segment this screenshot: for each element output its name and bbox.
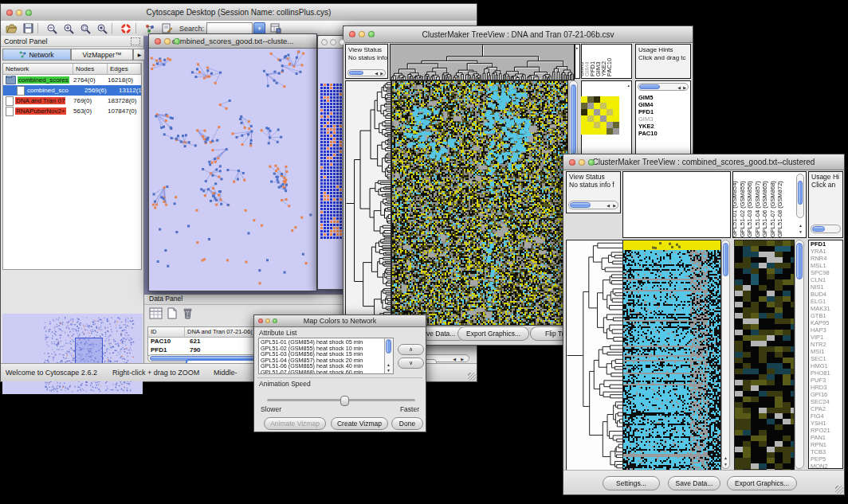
- scroll-up-icon[interactable]: ▲: [724, 455, 728, 460]
- scroll-left-icon[interactable]: ◀: [453, 357, 456, 361]
- attribute-list-vscrollbar[interactable]: ▲ ▼: [384, 338, 393, 373]
- close-icon[interactable]: [569, 159, 575, 166]
- column-dendrogram-panel[interactable]: [622, 171, 731, 238]
- move-up-button[interactable]: ∧: [398, 344, 424, 355]
- heatmap-zoom-view[interactable]: [734, 240, 795, 471]
- view-status-scrollbar[interactable]: ◀ ▶: [347, 69, 386, 76]
- scrollbar-thumb[interactable]: [386, 339, 391, 354]
- close-icon[interactable]: [258, 318, 263, 323]
- scroll-up-icon[interactable]: ▴: [627, 83, 630, 88]
- tab-vizmapper[interactable]: VizMapper™: [71, 49, 133, 61]
- annotation-icon[interactable]: [160, 22, 173, 34]
- float-panel-icon[interactable]: [131, 37, 140, 45]
- scroll-up-icon[interactable]: ▸: [576, 45, 579, 50]
- heatmap-vscrollbar[interactable]: ▲ ▼: [721, 240, 730, 469]
- splitter-strip[interactable]: ▸: [575, 44, 580, 79]
- usage-hints-scrollbar[interactable]: [811, 225, 841, 233]
- move-down-button[interactable]: ∨: [398, 357, 424, 369]
- zoom-window-icon[interactable]: [26, 10, 32, 16]
- resize-grip[interactable]: [835, 486, 843, 494]
- column-dendrogram[interactable]: [390, 44, 575, 80]
- scroll-right-icon[interactable]: ▶: [461, 357, 464, 361]
- scroll-left-icon[interactable]: ◀: [607, 203, 610, 208]
- zoom-window-icon[interactable]: [339, 39, 345, 45]
- treeview-combined-titlebar[interactable]: ClusterMaker TreeView : combined_scores_…: [563, 154, 844, 170]
- zoom-out-icon[interactable]: [45, 22, 58, 34]
- heatmap-global-view[interactable]: [391, 80, 568, 326]
- treeview-dna-titlebar[interactable]: ClusterMaker TreeView : DNA and Tran 07-…: [344, 26, 693, 43]
- zoom-window-icon[interactable]: [174, 38, 180, 45]
- animate-vizmap-button[interactable]: Animate Vizmap: [264, 417, 326, 430]
- export-graphics-button[interactable]: Export Graphics...: [457, 326, 529, 341]
- zoom-selected-icon[interactable]: [79, 22, 92, 34]
- close-icon[interactable]: [349, 31, 355, 37]
- zoom-window-icon[interactable]: [273, 318, 277, 323]
- plugin-network-icon[interactable]: [143, 22, 156, 34]
- done-button[interactable]: Done: [391, 417, 423, 430]
- scrollbar-thumb[interactable]: [796, 243, 803, 279]
- column-labels-vscrollbar[interactable]: [796, 174, 804, 218]
- scrollbar-thumb[interactable]: [798, 181, 803, 205]
- main-titlebar[interactable]: Cytoscape Desktop (Session Name: collins…: [1, 4, 477, 21]
- row-dendrogram[interactable]: [566, 240, 623, 471]
- scroll-left-icon[interactable]: ◀: [375, 71, 378, 76]
- scroll-left-icon[interactable]: ◀: [677, 85, 681, 90]
- scroll-down-icon[interactable]: ▼: [387, 368, 391, 373]
- scroll-up-icon[interactable]: ▲: [799, 223, 803, 228]
- save-data-button[interactable]: Save Data...: [668, 476, 720, 490]
- scroll-right-icon[interactable]: ▶: [380, 71, 383, 76]
- settings-button[interactable]: Settings...: [603, 476, 660, 490]
- zoom-in-icon[interactable]: [62, 22, 75, 34]
- zoom-window-icon[interactable]: [588, 159, 595, 166]
- animation-speed-slider[interactable]: [267, 399, 415, 401]
- correlation-matrix-zoom[interactable]: [581, 96, 619, 135]
- scrollbar-thumb[interactable]: [570, 202, 591, 208]
- close-icon[interactable]: [6, 10, 13, 16]
- save-icon[interactable]: [22, 22, 34, 34]
- attribute-list[interactable]: GPL51-01 (GSM854) heat shock 05 minGPL51…: [258, 338, 394, 374]
- minimize-icon[interactable]: [164, 38, 171, 45]
- network-table-row[interactable]: RNAPuberNov2+563(0)107847(0): [3, 106, 141, 116]
- minimize-icon[interactable]: [330, 39, 336, 45]
- col-nodes[interactable]: Nodes: [73, 64, 108, 74]
- attribute-list-item[interactable]: GPL51-07 (GSM868) heat shock 60 min: [259, 369, 384, 375]
- close-icon[interactable]: [155, 38, 161, 45]
- scroll-down-icon[interactable]: ▼: [799, 229, 803, 234]
- network-table-row[interactable]: combined_scores2764(0)16218(0): [3, 75, 141, 85]
- create-vizmap-button[interactable]: Create Vizmap: [331, 417, 388, 430]
- slider-thumb[interactable]: [340, 396, 349, 406]
- open-file-icon[interactable]: [5, 22, 18, 34]
- heatmap-global-view[interactable]: [622, 240, 721, 471]
- delete-attribute-icon[interactable]: [183, 307, 193, 323]
- network-table-row[interactable]: DNA and Tran 07769(0)183728(0): [3, 96, 141, 106]
- view-status-scrollbar[interactable]: ◀ ▶: [568, 201, 618, 209]
- gene-panel-hscrollbar[interactable]: ◀ ▶: [638, 83, 689, 91]
- zoom-window-icon[interactable]: [368, 31, 375, 37]
- close-icon[interactable]: [321, 39, 328, 45]
- scrollbar-thumb[interactable]: [723, 243, 728, 276]
- birdseye-view[interactable]: [2, 314, 143, 394]
- zoom-vscrollbar[interactable]: [795, 240, 804, 469]
- scroll-up-icon[interactable]: ▲: [387, 362, 391, 367]
- minimize-icon[interactable]: [265, 318, 270, 323]
- col-network[interactable]: Network: [3, 64, 73, 74]
- minimize-icon[interactable]: [359, 31, 365, 37]
- scrollbar-thumb[interactable]: [571, 84, 576, 154]
- minimize-icon[interactable]: [16, 10, 22, 16]
- network-table-row[interactable]: combined_sco2569(6)13112(15): [3, 85, 141, 96]
- scroll-right-icon[interactable]: ▶: [683, 85, 686, 90]
- zoom-fit-icon[interactable]: [96, 22, 108, 34]
- minimize-icon[interactable]: [579, 159, 585, 166]
- row-dendrogram[interactable]: [345, 80, 391, 326]
- select-attributes-icon[interactable]: [149, 307, 163, 323]
- resize-grip[interactable]: [468, 373, 476, 381]
- new-attribute-icon[interactable]: [167, 307, 178, 323]
- scrollbar-thumb[interactable]: [812, 226, 825, 232]
- col-id[interactable]: ID: [148, 327, 185, 337]
- network-view-titlebar[interactable]: combined_scores_good.txt--cluste...: [149, 34, 316, 49]
- scrollbar-thumb[interactable]: [639, 84, 660, 89]
- tab-network[interactable]: Network: [2, 49, 71, 61]
- scrollbar-thumb[interactable]: [349, 71, 363, 75]
- scroll-down-icon[interactable]: ▼: [724, 462, 728, 467]
- network-view-canvas[interactable]: [150, 49, 316, 290]
